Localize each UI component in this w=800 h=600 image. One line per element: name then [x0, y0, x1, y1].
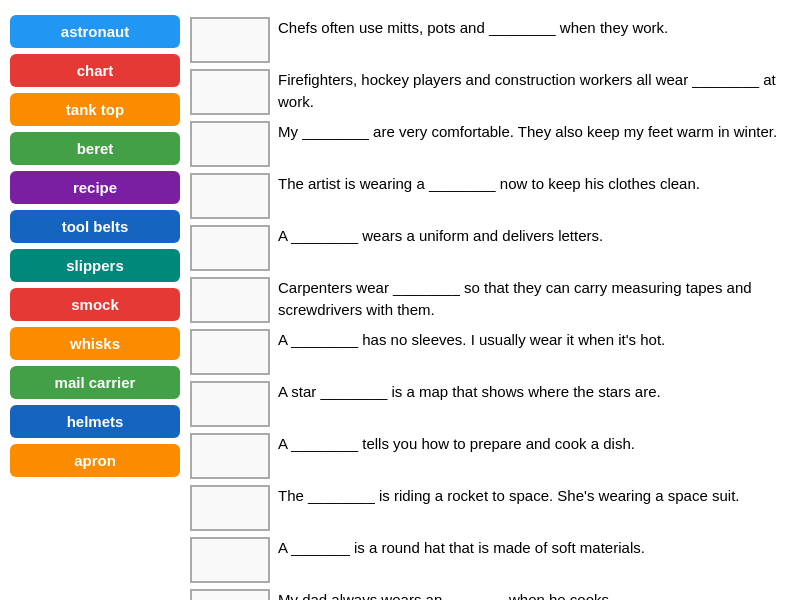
word-btn-astronaut[interactable]: astronaut	[10, 15, 180, 48]
word-btn-beret[interactable]: beret	[10, 132, 180, 165]
sentence-text-s6: Carpenters wear ________ so that they ca…	[278, 275, 790, 321]
drop-box-s5[interactable]	[190, 225, 270, 271]
word-btn-smock[interactable]: smock	[10, 288, 180, 321]
sentence-row-s2: Firefighters, hockey players and constru…	[190, 67, 790, 115]
drop-box-s4[interactable]	[190, 173, 270, 219]
word-list: astronautcharttank topberetrecipetool be…	[10, 10, 180, 590]
sentence-text-s11: A _______ is a round hat that is made of…	[278, 535, 790, 559]
sentence-text-s9: A ________ tells you how to prepare and …	[278, 431, 790, 455]
word-btn-recipe[interactable]: recipe	[10, 171, 180, 204]
drop-box-s8[interactable]	[190, 381, 270, 427]
word-btn-apron[interactable]: apron	[10, 444, 180, 477]
sentence-row-s10: The ________ is riding a rocket to space…	[190, 483, 790, 531]
sentence-list: Chefs often use mitts, pots and ________…	[190, 10, 790, 590]
sentence-row-s1: Chefs often use mitts, pots and ________…	[190, 15, 790, 63]
sentence-text-s8: A star ________ is a map that shows wher…	[278, 379, 790, 403]
drop-box-s3[interactable]	[190, 121, 270, 167]
sentence-text-s7: A ________ has no sleeves. I usually wea…	[278, 327, 790, 351]
sentence-row-s9: A ________ tells you how to prepare and …	[190, 431, 790, 479]
sentence-row-s3: My ________ are very comfortable. They a…	[190, 119, 790, 167]
sentence-text-s1: Chefs often use mitts, pots and ________…	[278, 15, 790, 39]
drop-box-s7[interactable]	[190, 329, 270, 375]
sentence-row-s8: A star ________ is a map that shows wher…	[190, 379, 790, 427]
drop-box-s1[interactable]	[190, 17, 270, 63]
word-btn-slippers[interactable]: slippers	[10, 249, 180, 282]
drop-box-s2[interactable]	[190, 69, 270, 115]
sentence-text-s2: Firefighters, hockey players and constru…	[278, 67, 790, 113]
sentence-text-s10: The ________ is riding a rocket to space…	[278, 483, 790, 507]
sentence-row-s4: The artist is wearing a ________ now to …	[190, 171, 790, 219]
drop-box-s12[interactable]	[190, 589, 270, 600]
sentence-row-s7: A ________ has no sleeves. I usually wea…	[190, 327, 790, 375]
sentence-row-s6: Carpenters wear ________ so that they ca…	[190, 275, 790, 323]
drop-box-s6[interactable]	[190, 277, 270, 323]
word-btn-tank-top[interactable]: tank top	[10, 93, 180, 126]
sentence-text-s12: My dad always wears an _______ when he c…	[278, 587, 790, 600]
drop-box-s10[interactable]	[190, 485, 270, 531]
word-btn-chart[interactable]: chart	[10, 54, 180, 87]
sentence-text-s5: A ________ wears a uniform and delivers …	[278, 223, 790, 247]
word-btn-whisks[interactable]: whisks	[10, 327, 180, 360]
word-btn-mail-carrier[interactable]: mail carrier	[10, 366, 180, 399]
word-btn-tool-belts[interactable]: tool belts	[10, 210, 180, 243]
word-btn-helmets[interactable]: helmets	[10, 405, 180, 438]
sentence-row-s5: A ________ wears a uniform and delivers …	[190, 223, 790, 271]
sentence-text-s4: The artist is wearing a ________ now to …	[278, 171, 790, 195]
sentence-row-s12: My dad always wears an _______ when he c…	[190, 587, 790, 600]
drop-box-s9[interactable]	[190, 433, 270, 479]
sentence-row-s11: A _______ is a round hat that is made of…	[190, 535, 790, 583]
drop-box-s11[interactable]	[190, 537, 270, 583]
sentence-text-s3: My ________ are very comfortable. They a…	[278, 119, 790, 143]
